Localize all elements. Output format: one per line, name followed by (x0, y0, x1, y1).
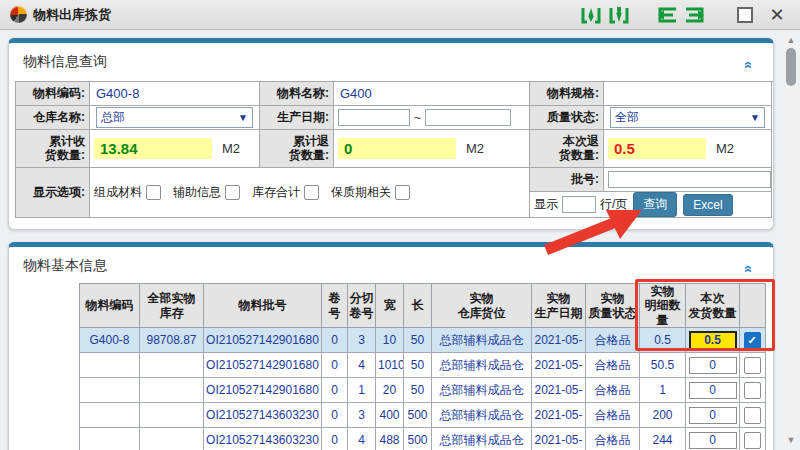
collapse-panel-icon[interactable]: « (741, 61, 757, 69)
table-cell: 10 (376, 328, 404, 353)
warehouse-select[interactable]: 总部 ▼ (96, 107, 253, 128)
date-range-tilde: ~ (414, 111, 421, 125)
row-checkbox[interactable] (744, 382, 761, 399)
pager-prefix: 显示 (534, 196, 558, 213)
detail-panel-title: 物料基本信息 (9, 247, 773, 275)
scroll-down-icon[interactable]: ▼ (784, 434, 798, 446)
table-cell: 1 (348, 378, 376, 403)
scroll-up-icon[interactable]: ▲ (784, 34, 798, 46)
batch-no-label: 批号: (530, 168, 604, 192)
table-cell: 488 (376, 428, 404, 450)
aux-info-checkbox[interactable] (225, 185, 240, 200)
total-returned-unit: M2 (466, 141, 484, 156)
table-cell: 50 (404, 378, 432, 403)
ship-qty-input[interactable] (689, 331, 737, 350)
components-checkbox[interactable] (146, 185, 161, 200)
table-cell: 500 (404, 403, 432, 428)
close-button[interactable]: ✕ (764, 4, 790, 26)
prod-date-from-input[interactable] (338, 109, 410, 126)
stock-total-checkbox[interactable] (304, 185, 319, 200)
table-cell (140, 353, 204, 378)
table-cell: 合格品 (586, 378, 640, 403)
row-checkbox[interactable] (744, 407, 761, 424)
total-received-unit: M2 (222, 141, 240, 156)
vertical-scrollbar[interactable]: ▲ ▼ (784, 32, 798, 448)
pick-out-icon[interactable] (608, 6, 630, 24)
header-total-stock: 全部实物 库存 (140, 284, 204, 328)
table-cell: 1 (640, 378, 686, 403)
row-checkbox[interactable] (744, 432, 761, 449)
quality-state-select[interactable]: 全部 ▼ (610, 107, 765, 128)
table-row[interactable]: G400-898708.87OI210527142901680031050总部辅… (80, 328, 766, 353)
collapse-panel-icon[interactable]: « (741, 265, 757, 273)
chevron-down-icon: ▼ (750, 112, 760, 123)
rows-per-page-input[interactable] (562, 196, 596, 213)
material-spec-label: 物料规格: (530, 82, 604, 106)
table-cell: 总部辅料成品仓 (432, 328, 532, 353)
batch-no-cell (604, 168, 772, 192)
row-checkbox[interactable] (744, 357, 761, 374)
pick-in-icon[interactable] (580, 6, 602, 24)
pager-cell: 显示 行/页 查询 Excel (530, 192, 772, 218)
scrollbar-thumb[interactable] (786, 48, 796, 86)
ship-qty-input[interactable] (689, 432, 737, 449)
table-cell: 总部辅料成品仓 (432, 428, 532, 450)
warehouse-selected-value: 总部 (101, 109, 125, 126)
shift-right-icon[interactable] (684, 6, 706, 24)
material-detail-panel: 物料基本信息 « 物料编码 全部实物 库存 物料批号 卷号 分切 卷号 宽 长 … (8, 242, 774, 450)
quality-state-cell: 全部 ▼ (604, 106, 772, 130)
close-icon: ✕ (769, 6, 784, 24)
header-location: 实物 仓库货位 (432, 284, 532, 328)
header-split-roll-no: 分切 卷号 (348, 284, 376, 328)
material-code-value[interactable]: G400-8 (90, 82, 260, 106)
maximize-icon (737, 7, 753, 23)
material-query-panel: 物料信息查询 « 物料编码: G400-8 物料名称: G400 物料规格: 仓… (8, 38, 774, 230)
table-cell: 3 (348, 403, 376, 428)
table-body: G400-898708.87OI210527142901680031050总部辅… (80, 328, 766, 450)
header-detail-qty: 实物 明细数量 (640, 284, 686, 328)
table-cell: 1010 (376, 353, 404, 378)
ship-qty-input[interactable] (689, 357, 737, 374)
table-cell (80, 353, 140, 378)
table-cell: 244 (640, 428, 686, 450)
ship-qty-input[interactable] (689, 382, 737, 399)
total-returned-label: 累计退 货数量: (260, 130, 334, 168)
batch-no-input[interactable] (608, 171, 771, 188)
table-cell (140, 403, 204, 428)
total-returned-value: 0 (338, 138, 456, 159)
query-button[interactable]: 查询 (633, 192, 677, 217)
maximize-button[interactable] (732, 4, 758, 26)
pager-suffix: 行/页 (600, 196, 627, 213)
material-code-label: 物料编码: (16, 82, 90, 106)
header-width: 宽 (376, 284, 404, 328)
prod-date-cell: ~ (334, 106, 530, 130)
prod-date-to-input[interactable] (425, 109, 511, 126)
table-cell: 20 (376, 378, 404, 403)
table-cell: 2021-05- (532, 328, 586, 353)
excel-button[interactable]: Excel (683, 194, 732, 216)
warehouse-cell: 总部 ▼ (90, 106, 260, 130)
header-length: 长 (404, 284, 432, 328)
shelf-life-checkbox[interactable] (395, 185, 410, 200)
table-cell: 98708.87 (140, 328, 204, 353)
current-return-cell: 0.5 M2 (604, 130, 772, 168)
shift-left-icon[interactable] (656, 6, 678, 24)
table-row[interactable]: OI210527142901680012050总部辅料成品仓2021-05-合格… (80, 378, 766, 403)
total-returned-cell: 0 M2 (334, 130, 530, 168)
window-title: 物料出库拣货 (33, 6, 111, 24)
display-options-label: 显示选项: (16, 168, 90, 218)
table-row[interactable]: OI21052714360323004488500总部辅料成品仓2021-05-… (80, 428, 766, 450)
table-row[interactable]: OI21052714360323003400500总部辅料成品仓2021-05-… (80, 403, 766, 428)
header-ship-qty: 本次 发货数量 (686, 284, 740, 328)
table-row[interactable]: OI21052714290168004101050总部辅料成品仓2021-05-… (80, 353, 766, 378)
material-name-value[interactable]: G400 (334, 82, 530, 106)
ship-qty-input[interactable] (689, 407, 737, 424)
header-quality-state: 实物 质量状态 (586, 284, 640, 328)
table-cell: 合格品 (586, 428, 640, 450)
material-spec-value[interactable] (604, 82, 772, 106)
option-label-aux-info: 辅助信息 (173, 184, 221, 201)
table-cell: OI210527143603230 (204, 403, 322, 428)
row-checkbox[interactable] (744, 332, 761, 349)
option-label-components: 组成材料 (94, 184, 142, 201)
table-cell (80, 403, 140, 428)
